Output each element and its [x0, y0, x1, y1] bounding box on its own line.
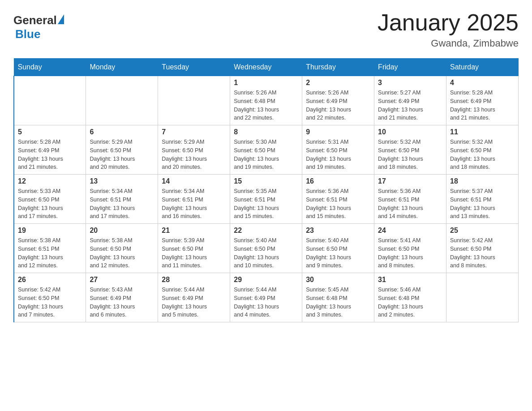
calendar-body: 1Sunrise: 5:26 AM Sunset: 6:48 PM Daylig…: [14, 76, 519, 322]
day-number: 9: [306, 128, 370, 136]
calendar-cell: 13Sunrise: 5:34 AM Sunset: 6:51 PM Dayli…: [86, 175, 158, 224]
day-number: 12: [18, 177, 82, 185]
calendar-cell: [14, 76, 86, 125]
day-info: Sunrise: 5:42 AM Sunset: 6:50 PM Dayligh…: [18, 286, 82, 319]
title-area: January 2025 Gwanda, Zimbabwe: [378, 9, 519, 49]
day-number: 21: [162, 227, 226, 235]
day-number: 5: [18, 128, 82, 136]
day-info: Sunrise: 5:42 AM Sunset: 6:50 PM Dayligh…: [450, 236, 515, 270]
day-info: Sunrise: 5:34 AM Sunset: 6:51 PM Dayligh…: [90, 187, 154, 221]
day-info: Sunrise: 5:45 AM Sunset: 6:48 PM Dayligh…: [306, 286, 370, 319]
calendar-cell: 2Sunrise: 5:26 AM Sunset: 6:49 PM Daylig…: [302, 76, 374, 125]
day-info: Sunrise: 5:39 AM Sunset: 6:50 PM Dayligh…: [162, 236, 226, 270]
day-info: Sunrise: 5:38 AM Sunset: 6:51 PM Dayligh…: [18, 236, 82, 270]
calendar-cell: 12Sunrise: 5:33 AM Sunset: 6:50 PM Dayli…: [14, 175, 86, 224]
week-row: 5Sunrise: 5:28 AM Sunset: 6:49 PM Daylig…: [14, 125, 519, 175]
day-info: Sunrise: 5:32 AM Sunset: 6:50 PM Dayligh…: [450, 138, 515, 171]
calendar-cell: 29Sunrise: 5:44 AM Sunset: 6:49 PM Dayli…: [230, 273, 302, 322]
day-info: Sunrise: 5:27 AM Sunset: 6:49 PM Dayligh…: [378, 89, 442, 122]
day-of-week-header: Wednesday: [230, 59, 302, 76]
day-info: Sunrise: 5:43 AM Sunset: 6:49 PM Dayligh…: [90, 286, 154, 319]
day-of-week-header: Monday: [86, 59, 158, 76]
day-info: Sunrise: 5:37 AM Sunset: 6:51 PM Dayligh…: [450, 187, 515, 221]
day-info: Sunrise: 5:40 AM Sunset: 6:50 PM Dayligh…: [234, 236, 298, 270]
calendar-subtitle: Gwanda, Zimbabwe: [378, 38, 519, 49]
day-of-week-header: Friday: [374, 59, 446, 76]
logo: GeneralBlue: [13, 13, 64, 41]
day-info: Sunrise: 5:29 AM Sunset: 6:50 PM Dayligh…: [90, 138, 154, 171]
day-number: 8: [234, 128, 298, 136]
day-of-week-header: Saturday: [446, 59, 519, 76]
day-info: Sunrise: 5:41 AM Sunset: 6:50 PM Dayligh…: [378, 236, 442, 270]
day-number: 30: [306, 276, 370, 284]
calendar-header: SundayMondayTuesdayWednesdayThursdayFrid…: [14, 59, 519, 76]
day-number: 10: [378, 128, 442, 136]
calendar-cell: 16Sunrise: 5:36 AM Sunset: 6:51 PM Dayli…: [302, 175, 374, 224]
day-number: 14: [162, 177, 226, 185]
day-number: 25: [450, 227, 515, 235]
week-row: 26Sunrise: 5:42 AM Sunset: 6:50 PM Dayli…: [14, 273, 519, 322]
day-number: 24: [378, 227, 442, 235]
calendar-cell: 22Sunrise: 5:40 AM Sunset: 6:50 PM Dayli…: [230, 224, 302, 273]
day-info: Sunrise: 5:44 AM Sunset: 6:49 PM Dayligh…: [234, 286, 298, 319]
calendar-cell: 9Sunrise: 5:31 AM Sunset: 6:50 PM Daylig…: [302, 125, 374, 175]
calendar-cell: 10Sunrise: 5:32 AM Sunset: 6:50 PM Dayli…: [374, 125, 446, 175]
day-number: 13: [90, 177, 154, 185]
day-info: Sunrise: 5:40 AM Sunset: 6:50 PM Dayligh…: [306, 236, 370, 270]
calendar-cell: 7Sunrise: 5:29 AM Sunset: 6:50 PM Daylig…: [158, 125, 230, 175]
calendar-cell: 21Sunrise: 5:39 AM Sunset: 6:50 PM Dayli…: [158, 224, 230, 273]
calendar-cell: 1Sunrise: 5:26 AM Sunset: 6:48 PM Daylig…: [230, 76, 302, 125]
day-of-week-header: Thursday: [302, 59, 374, 76]
week-row: 12Sunrise: 5:33 AM Sunset: 6:50 PM Dayli…: [14, 175, 519, 224]
day-number: 18: [450, 177, 515, 185]
calendar-cell: 14Sunrise: 5:34 AM Sunset: 6:51 PM Dayli…: [158, 175, 230, 224]
calendar-cell: 31Sunrise: 5:46 AM Sunset: 6:48 PM Dayli…: [374, 273, 446, 322]
calendar-cell: 28Sunrise: 5:44 AM Sunset: 6:49 PM Dayli…: [158, 273, 230, 322]
day-number: 28: [162, 276, 226, 284]
day-number: 29: [234, 276, 298, 284]
day-number: 2: [306, 79, 370, 87]
calendar-cell: 26Sunrise: 5:42 AM Sunset: 6:50 PM Dayli…: [14, 273, 86, 322]
calendar-cell: 18Sunrise: 5:37 AM Sunset: 6:51 PM Dayli…: [446, 175, 519, 224]
day-info: Sunrise: 5:30 AM Sunset: 6:50 PM Dayligh…: [234, 138, 298, 171]
day-info: Sunrise: 5:31 AM Sunset: 6:50 PM Dayligh…: [306, 138, 370, 171]
day-number: 27: [90, 276, 154, 284]
day-number: 4: [450, 79, 515, 87]
calendar-cell: 19Sunrise: 5:38 AM Sunset: 6:51 PM Dayli…: [14, 224, 86, 273]
calendar-cell: 4Sunrise: 5:28 AM Sunset: 6:49 PM Daylig…: [446, 76, 519, 125]
day-number: 3: [378, 79, 442, 87]
day-info: Sunrise: 5:35 AM Sunset: 6:51 PM Dayligh…: [234, 187, 298, 221]
day-number: 23: [306, 227, 370, 235]
logo-triangle-icon: [58, 14, 64, 24]
page-header: GeneralBlue January 2025 Gwanda, Zimbabw…: [13, 9, 519, 49]
day-info: Sunrise: 5:33 AM Sunset: 6:50 PM Dayligh…: [18, 187, 82, 221]
calendar-cell: 6Sunrise: 5:29 AM Sunset: 6:50 PM Daylig…: [86, 125, 158, 175]
calendar-cell: 3Sunrise: 5:27 AM Sunset: 6:49 PM Daylig…: [374, 76, 446, 125]
day-info: Sunrise: 5:26 AM Sunset: 6:49 PM Dayligh…: [306, 89, 370, 122]
day-number: 19: [18, 227, 82, 235]
calendar-cell: 8Sunrise: 5:30 AM Sunset: 6:50 PM Daylig…: [230, 125, 302, 175]
calendar-cell: 25Sunrise: 5:42 AM Sunset: 6:50 PM Dayli…: [446, 224, 519, 273]
day-info: Sunrise: 5:32 AM Sunset: 6:50 PM Dayligh…: [378, 138, 442, 171]
week-row: 19Sunrise: 5:38 AM Sunset: 6:51 PM Dayli…: [14, 224, 519, 273]
day-number: 7: [162, 128, 226, 136]
header-row: SundayMondayTuesdayWednesdayThursdayFrid…: [14, 59, 519, 76]
day-of-week-header: Sunday: [14, 59, 86, 76]
day-info: Sunrise: 5:34 AM Sunset: 6:51 PM Dayligh…: [162, 187, 226, 221]
day-info: Sunrise: 5:29 AM Sunset: 6:50 PM Dayligh…: [162, 138, 226, 171]
calendar-cell: 30Sunrise: 5:45 AM Sunset: 6:48 PM Dayli…: [302, 273, 374, 322]
day-number: 31: [378, 276, 442, 284]
day-number: 1: [234, 79, 298, 87]
calendar-cell: 27Sunrise: 5:43 AM Sunset: 6:49 PM Dayli…: [86, 273, 158, 322]
day-number: 11: [450, 128, 515, 136]
day-info: Sunrise: 5:46 AM Sunset: 6:48 PM Dayligh…: [378, 286, 442, 319]
calendar-cell: [158, 76, 230, 125]
calendar-title: January 2025: [378, 9, 519, 36]
day-number: 17: [378, 177, 442, 185]
day-info: Sunrise: 5:36 AM Sunset: 6:51 PM Dayligh…: [378, 187, 442, 221]
day-number: 20: [90, 227, 154, 235]
calendar-cell: 17Sunrise: 5:36 AM Sunset: 6:51 PM Dayli…: [374, 175, 446, 224]
calendar-cell: 23Sunrise: 5:40 AM Sunset: 6:50 PM Dayli…: [302, 224, 374, 273]
calendar-cell: 20Sunrise: 5:38 AM Sunset: 6:50 PM Dayli…: [86, 224, 158, 273]
day-info: Sunrise: 5:36 AM Sunset: 6:51 PM Dayligh…: [306, 187, 370, 221]
